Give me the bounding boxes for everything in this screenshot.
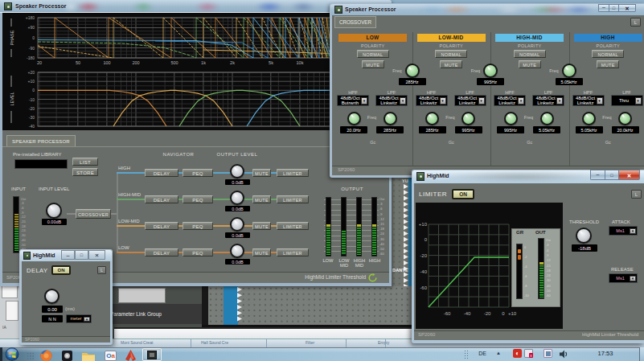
svg-text:-40: -40	[29, 124, 35, 129]
svg-text:200: 200	[132, 60, 139, 65]
svg-text:1k: 1k	[201, 60, 206, 65]
svg-text:+10: +10	[28, 79, 35, 84]
svg-text:-30: -30	[29, 115, 35, 120]
svg-text:5k: 5k	[269, 60, 273, 65]
svg-text:-10: -10	[29, 97, 35, 102]
svg-text:50: 50	[76, 60, 80, 65]
svg-text:-60: -60	[444, 311, 451, 316]
svg-text:+180: +180	[26, 15, 35, 20]
svg-text:+20: +20	[28, 70, 35, 75]
svg-text:+10: +10	[508, 311, 517, 316]
svg-text:+90: +90	[28, 25, 35, 30]
svg-text:-60: -60	[420, 285, 427, 290]
svg-text:20: 20	[37, 60, 42, 65]
svg-text:-40: -40	[464, 311, 471, 316]
svg-text:100: 100	[103, 60, 110, 65]
svg-text:LEVEL: LEVEL	[10, 92, 14, 105]
svg-text:10k: 10k	[297, 60, 304, 65]
svg-text:-20: -20	[29, 106, 35, 111]
svg-text:PHASE: PHASE	[10, 30, 14, 45]
svg-text:2k: 2k	[230, 60, 235, 65]
svg-text:500: 500	[170, 60, 178, 65]
svg-text:-90: -90	[29, 46, 35, 51]
svg-text:0: 0	[32, 35, 35, 40]
svg-text:-40: -40	[420, 269, 427, 274]
svg-text:-20: -20	[420, 253, 427, 258]
svg-text:0: 0	[32, 88, 35, 92]
svg-text:-180: -180	[27, 55, 35, 60]
svg-text:-20: -20	[484, 311, 491, 316]
svg-text:+10: +10	[419, 222, 428, 227]
